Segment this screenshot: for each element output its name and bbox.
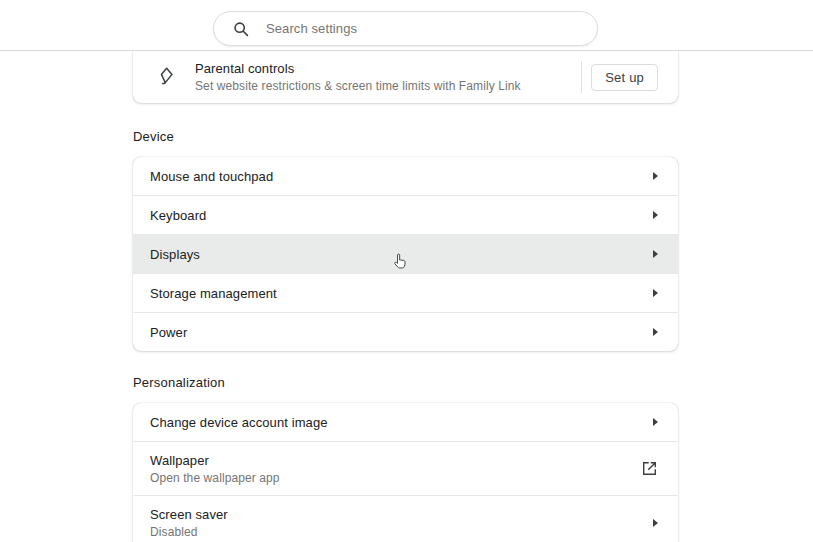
row-sublabel: Disabled bbox=[150, 525, 228, 539]
row-label: Storage management bbox=[150, 286, 277, 301]
parental-controls-subtitle: Set website restrictions & screen time l… bbox=[195, 79, 521, 93]
row-change-device-account-image[interactable]: Change device account image bbox=[133, 403, 678, 441]
device-card: Mouse and touchpad Keyboard Displays Sto… bbox=[133, 157, 678, 351]
row-sublabel: Open the wallpaper app bbox=[150, 471, 280, 485]
arrow-right-icon bbox=[653, 211, 658, 219]
arrow-right-icon bbox=[653, 289, 658, 297]
parental-controls-row[interactable]: Parental controls Set website restrictio… bbox=[133, 51, 678, 103]
row-label: Displays bbox=[150, 247, 200, 262]
row-wallpaper[interactable]: Wallpaper Open the wallpaper app bbox=[133, 441, 678, 495]
arrow-right-icon bbox=[653, 328, 658, 336]
row-label: Change device account image bbox=[150, 415, 328, 430]
arrow-right-icon bbox=[653, 250, 658, 258]
arrow-right-icon bbox=[653, 172, 658, 180]
device-section-title: Device bbox=[133, 129, 174, 144]
row-storage-management[interactable]: Storage management bbox=[133, 273, 678, 312]
search-header: Search settings bbox=[0, 0, 813, 51]
row-label: Wallpaper bbox=[150, 453, 280, 468]
personalization-card: Change device account image Wallpaper Op… bbox=[133, 403, 678, 542]
row-label: Screen saver bbox=[150, 507, 228, 522]
row-mouse-and-touchpad[interactable]: Mouse and touchpad bbox=[133, 157, 678, 195]
parental-controls-card: Parental controls Set website restrictio… bbox=[133, 51, 678, 103]
row-displays[interactable]: Displays bbox=[133, 234, 678, 273]
set-up-button[interactable]: Set up bbox=[591, 64, 658, 91]
row-label: Power bbox=[150, 325, 187, 340]
row-keyboard[interactable]: Keyboard bbox=[133, 195, 678, 234]
family-link-kite-icon bbox=[157, 66, 175, 88]
parental-controls-title: Parental controls bbox=[195, 61, 521, 76]
row-label: Mouse and touchpad bbox=[150, 169, 273, 184]
arrow-right-icon bbox=[653, 418, 658, 426]
row-label: Keyboard bbox=[150, 208, 206, 223]
arrow-right-icon bbox=[653, 519, 658, 527]
search-icon bbox=[233, 21, 249, 37]
row-screen-saver[interactable]: Screen saver Disabled bbox=[133, 495, 678, 542]
external-link-icon bbox=[641, 460, 658, 477]
parental-controls-text: Parental controls Set website restrictio… bbox=[195, 61, 521, 93]
row-power[interactable]: Power bbox=[133, 312, 678, 351]
search-placeholder: Search settings bbox=[266, 21, 357, 36]
vertical-separator bbox=[581, 61, 582, 93]
settings-page: Search settings Parental controls Set we… bbox=[0, 0, 813, 542]
personalization-section-title: Personalization bbox=[133, 375, 225, 390]
search-input[interactable]: Search settings bbox=[213, 11, 598, 46]
